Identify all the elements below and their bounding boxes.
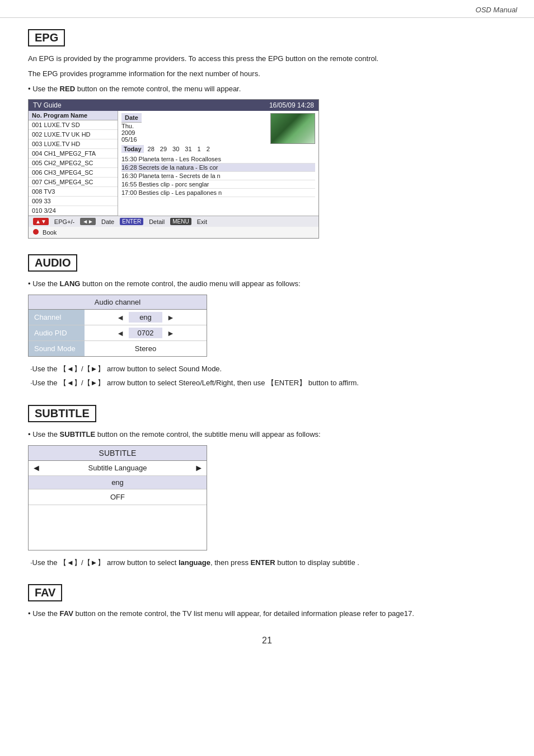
audio-bullet: Use the LANG button on the remote contro…	[28, 278, 506, 290]
epg-bullet-end: button on the remote control, the menu w…	[75, 85, 241, 93]
tv-guide-footer: ▲▼ EPG+/- ◄► Date ENTER Detail MENU Exit	[29, 216, 318, 227]
list-item[interactable]: 007 CH5_MPEG4_SC	[29, 178, 118, 187]
fav-bullet: Use the FAV button on the remote control…	[28, 608, 506, 620]
date-label: Date	[101, 218, 114, 225]
list-item[interactable]: 010 3/24	[29, 206, 118, 216]
list-item[interactable]: 15:30 Planeta terra - Les Rocalloses	[121, 155, 315, 164]
subtitle-lang-left-arrow[interactable]: ◄	[32, 463, 41, 473]
audio-bullet-end: button on the remote control, the audio …	[80, 279, 300, 288]
tv-guide-thumbnail	[270, 113, 315, 144]
audio-pid-row: Audio PID ◄ 0702 ►	[29, 325, 207, 341]
soundmode-value: Stereo	[135, 344, 156, 353]
channel-value: eng	[129, 312, 162, 323]
list-item[interactable]: 005 CH2_MPEG2_SC	[29, 158, 118, 168]
day-2[interactable]: 2	[205, 145, 212, 153]
tv-guide-date-box: Date Thu. 2009 05/16	[121, 113, 315, 143]
subtitle-lang-value: eng	[29, 476, 207, 489]
fav-section: FAV Use the FAV button on the remote con…	[28, 584, 506, 620]
list-item[interactable]: 009 33	[29, 197, 118, 206]
subtitle-table: SUBTITLE ◄ Subtitle Language ► eng OFF	[28, 445, 207, 550]
fav-bullet-bold: FAV	[60, 609, 73, 618]
epg-button[interactable]: ▲▼	[33, 218, 49, 225]
enter-button[interactable]: ENTER	[120, 218, 143, 225]
epg-bullet: Use the RED button on the remote control…	[28, 83, 506, 95]
day-30[interactable]: 30	[171, 145, 181, 153]
list-item[interactable]: 006 CH3_MPEG4_SC	[29, 168, 118, 178]
tv-guide-title: TV Guide	[33, 101, 62, 109]
audio-table: Audio channel Channel ◄ eng ► Audio PID …	[28, 295, 207, 357]
page-content: EPG An EPG is provided by the programme …	[0, 18, 534, 662]
list-item[interactable]: 16:55 Besties clip - porc senglar	[121, 180, 315, 189]
audio-soundmode-label: Sound Mode	[29, 341, 85, 356]
tv-guide-datetime: 16/05/09 14:28	[269, 101, 314, 109]
epg-label: EPG+/-	[54, 218, 74, 225]
menu-button[interactable]: MENU	[170, 218, 191, 225]
day-31[interactable]: 31	[183, 145, 193, 153]
list-item[interactable]: 002 LUXE.TV UK HD	[29, 130, 118, 139]
program-list: 15:30 Planeta terra - Les Rocalloses 16:…	[121, 155, 315, 197]
list-item[interactable]: 001 LUXE.TV SD	[29, 120, 118, 130]
pid-value: 0702	[129, 328, 162, 338]
epg-section: EPG An EPG is provided by the programme …	[28, 29, 506, 239]
subtitle-section: SUBTITLE Use the SUBTITLE button on the …	[28, 405, 506, 569]
audio-pid-label: Audio PID	[29, 325, 85, 340]
subtitle-note-lang: language	[179, 558, 210, 567]
book-dot-icon	[33, 229, 39, 235]
pid-right-arrow[interactable]: ►	[167, 329, 175, 338]
epg-section-title: EPG	[28, 29, 65, 46]
fav-section-title: FAV	[28, 584, 62, 601]
list-item[interactable]: 008 TV3	[29, 187, 118, 197]
subtitle-lang-right-arrow[interactable]: ►	[194, 463, 203, 473]
list-item[interactable]: 003 LUXE.TV HD	[29, 139, 118, 149]
page-title: OSD Manual	[476, 6, 517, 14]
tv-guide-header: TV Guide 16/05/09 14:28	[29, 100, 318, 111]
audio-channel-row: Channel ◄ eng ►	[29, 310, 207, 325]
header-bar: OSD Manual	[0, 0, 534, 18]
audio-bullet-bold: LANG	[60, 279, 81, 288]
tv-guide-book-row: Book	[29, 227, 318, 238]
tv-guide-widget: TV Guide 16/05/09 14:28 No. Program Name…	[28, 99, 319, 239]
day-29[interactable]: 29	[158, 145, 168, 153]
date-col-header: Date	[121, 113, 142, 123]
fav-bullet-end: button on the remote control, the TV lis…	[73, 609, 414, 618]
subtitle-empty-space	[29, 505, 207, 550]
exit-label: Exit	[197, 218, 207, 225]
day-1[interactable]: 1	[196, 145, 203, 153]
detail-label: Detail	[149, 218, 165, 225]
audio-section-title: AUDIO	[28, 254, 77, 272]
subtitle-bullet-end: button on the remote control, the subtit…	[95, 430, 321, 438]
audio-channel-label: Channel	[29, 310, 85, 325]
tv-guide-body: No. Program Name 001 LUXE.TV SD 002 LUXE…	[29, 111, 318, 216]
subtitle-note-enter: ENTER	[251, 558, 275, 567]
audio-note1: ·Use the 【◄】/【►】 arrow button to select …	[28, 363, 506, 375]
subtitle-bullet: Use the SUBTITLE button on the remote co…	[28, 429, 506, 441]
today-button[interactable]: Today	[121, 145, 144, 153]
list-item[interactable]: 17:00 Besties clip - Les papallones n	[121, 189, 315, 197]
list-item[interactable]: 16:30 Planeta terra - Secrets de la n	[121, 172, 315, 180]
audio-table-header: Audio channel	[29, 295, 207, 310]
tv-guide-col-header: No. Program Name	[29, 111, 118, 120]
subtitle-table-header: SUBTITLE	[29, 446, 207, 461]
tv-guide-channel-list: 001 LUXE.TV SD 002 LUXE.TV UK HD 003 LUX…	[29, 120, 118, 216]
list-item[interactable]: 16:28 Secrets de la natura - Els cor	[121, 164, 315, 172]
book-label: Book	[43, 229, 57, 236]
audio-pid-control: ◄ 0702 ►	[85, 325, 207, 340]
tv-guide-left: No. Program Name 001 LUXE.TV SD 002 LUXE…	[29, 111, 118, 216]
page-number: 21	[28, 636, 506, 646]
channel-right-arrow[interactable]: ►	[167, 313, 175, 322]
epg-para1: An EPG is provided by the programme prov…	[28, 53, 506, 65]
list-item[interactable]: 004 CH1_MPEG2_FTA	[29, 149, 118, 158]
subtitle-note: ·Use the 【◄】/【►】 arrow button to select …	[28, 557, 506, 569]
audio-soundmode-control: Stereo	[85, 342, 207, 355]
epg-para2: The EPG provides programme information f…	[28, 68, 506, 80]
pid-left-arrow[interactable]: ◄	[116, 329, 124, 338]
subtitle-off-row: OFF	[29, 489, 207, 505]
day-28[interactable]: 28	[146, 145, 156, 153]
channel-left-arrow[interactable]: ◄	[116, 313, 124, 322]
epg-bullet-bold: RED	[60, 85, 75, 93]
day-nav: Today 28 29 30 31 1 2	[121, 145, 315, 153]
col-name: Program Name	[44, 112, 87, 119]
audio-soundmode-row: Sound Mode Stereo	[29, 341, 207, 356]
audio-section: AUDIO Use the LANG button on the remote …	[28, 254, 506, 389]
date-nav-button[interactable]: ◄►	[80, 218, 96, 225]
